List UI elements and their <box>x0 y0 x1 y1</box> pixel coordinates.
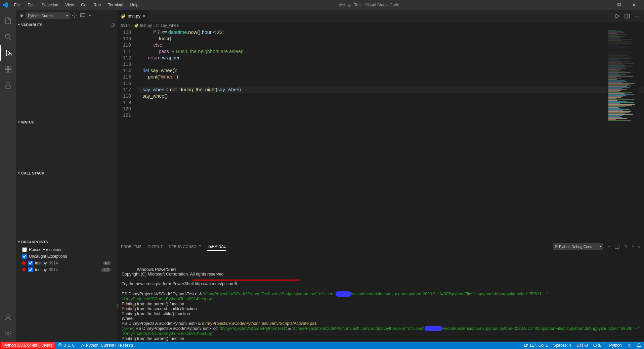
code-editor[interactable]: 1081091101111121131141151161171181191201… <box>117 29 644 241</box>
breakpoint-raised-exceptions[interactable]: Raised Exceptions <box>16 246 117 253</box>
run-file-button[interactable] <box>614 13 620 19</box>
menu-bar: File Edit Selection View Go Run Terminal… <box>11 1 141 9</box>
run-debug-icon[interactable] <box>0 45 16 61</box>
vscode-icon <box>3 2 8 8</box>
more-icon[interactable]: ⋯ <box>89 13 93 18</box>
language-mode[interactable]: Python <box>606 342 624 349</box>
testing-icon[interactable] <box>0 77 16 93</box>
callstack-header[interactable]: ▾ Call Stack <box>16 169 117 177</box>
menu-selection[interactable]: Selection <box>39 1 61 9</box>
warning-icon: ⚠ <box>67 343 71 348</box>
editor-tabs: test.py × ⋯ <box>117 10 644 22</box>
svg-rect-0 <box>603 5 606 5</box>
indentation[interactable]: Spaces: 4 <box>551 342 574 349</box>
debug-status[interactable]: Python: Current File (Test) <box>77 342 136 349</box>
terminal-content[interactable]: Windows PowerShell Copyright (C) Microso… <box>117 252 644 342</box>
debug-config-dropdown[interactable]: Python: Curren▾ <box>26 12 70 19</box>
accounts-icon[interactable] <box>0 309 16 326</box>
python-file-icon <box>120 13 126 19</box>
encoding[interactable]: UTF-8 <box>574 342 591 349</box>
status-bar: Python 3.8.5 64-bit ('.venv') ⓧ0 ⚠0 Pyth… <box>0 342 644 349</box>
minimize-button[interactable] <box>597 0 612 10</box>
svg-rect-6 <box>8 66 11 69</box>
close-panel-icon[interactable]: × <box>638 245 640 249</box>
bottom-panel: PROBLEMS OUTPUT DEBUG CONSOLE TERMINAL 2… <box>117 241 644 342</box>
editor-group: test.py × ⋯ 0914› test.py› ⬡ say_whee 10… <box>117 10 644 342</box>
svg-point-4 <box>9 53 11 56</box>
notifications-icon[interactable] <box>634 342 644 349</box>
breakpoints-list: Raised Exceptions Uncaught Exceptions te… <box>16 246 117 274</box>
tab-terminal[interactable]: TERMINAL <box>207 242 226 251</box>
menu-view[interactable]: View <box>62 1 77 9</box>
menu-edit[interactable]: Edit <box>25 1 37 9</box>
explorer-icon[interactable] <box>0 13 16 29</box>
split-editor-icon[interactable] <box>625 13 630 19</box>
uncaught-checkbox[interactable] <box>22 254 27 259</box>
svg-rect-5 <box>5 66 8 69</box>
breakpoint-uncaught-exceptions[interactable]: Uncaught Exceptions <box>16 253 117 260</box>
collapse-all-icon[interactable] <box>110 22 115 27</box>
new-terminal-icon[interactable]: ＋ <box>607 244 611 249</box>
close-button[interactable] <box>627 0 641 10</box>
svg-point-11 <box>74 15 75 16</box>
window-title: test.py - Test - Visual Studio Code <box>141 3 597 7</box>
tab-problems[interactable]: PROBLEMS <box>121 243 141 251</box>
debug-console-icon[interactable] <box>80 13 85 18</box>
breakpoints-header[interactable]: ▾ Breakpoints <box>16 238 117 246</box>
menu-file[interactable]: File <box>11 1 23 9</box>
svg-point-9 <box>7 315 9 317</box>
svg-point-3 <box>5 34 9 38</box>
chevron-down-icon: ▾ <box>18 120 20 124</box>
bp-checkbox[interactable] <box>28 261 33 265</box>
annotation-red-box <box>117 304 134 308</box>
maximize-panel-icon[interactable]: ^ <box>632 245 634 249</box>
more-actions-icon[interactable]: ⋯ <box>635 13 640 19</box>
maximize-button[interactable] <box>612 0 627 10</box>
breakpoint-dot-icon <box>22 261 26 265</box>
split-terminal-icon[interactable] <box>615 244 619 249</box>
breadcrumbs[interactable]: 0914› test.py› ⬡ say_whee <box>117 22 644 29</box>
tab-debug-console[interactable]: DEBUG CONSOLE <box>169 243 201 251</box>
svg-rect-2 <box>618 3 621 5</box>
svg-rect-7 <box>5 69 8 72</box>
menu-run[interactable]: Run <box>91 1 103 9</box>
gear-icon[interactable] <box>72 13 77 18</box>
menu-go[interactable]: Go <box>78 1 89 9</box>
menu-terminal[interactable]: Terminal <box>105 1 126 9</box>
symbol-method-icon: ⬡ <box>156 23 159 28</box>
chevron-down-icon: ▾ <box>18 23 20 27</box>
python-interpreter[interactable]: Python 3.8.5 64-bit ('.venv') <box>0 342 55 349</box>
terminal-select[interactable]: 2: Python Debug Cons▾ <box>553 243 603 250</box>
watch-header[interactable]: ▾ Watch <box>16 118 117 126</box>
close-tab-icon[interactable]: × <box>142 13 145 19</box>
debug-icon <box>80 343 85 348</box>
kill-terminal-icon[interactable] <box>624 244 628 249</box>
activity-bar <box>0 10 16 342</box>
breakpoint-row[interactable]: test.py 0914 117 <box>16 266 117 273</box>
cursor-position[interactable]: Ln 117, Col 1 <box>521 342 550 349</box>
python-file-icon <box>134 23 139 28</box>
svg-point-10 <box>7 333 9 335</box>
debug-config-bar: Python: Curren▾ ⋯ <box>16 10 117 21</box>
tab-test-py[interactable]: test.py × <box>117 10 149 22</box>
panel-tabs: PROBLEMS OUTPUT DEBUG CONSOLE TERMINAL 2… <box>117 241 644 252</box>
feedback-icon[interactable]: ☺ <box>625 342 634 349</box>
chevron-down-icon: ▾ <box>18 171 20 175</box>
settings-icon[interactable] <box>0 326 16 342</box>
tab-output[interactable]: OUTPUT <box>147 243 163 251</box>
menu-help[interactable]: Help <box>128 1 141 9</box>
window-controls <box>597 0 641 10</box>
extensions-icon[interactable] <box>0 61 16 77</box>
svg-rect-8 <box>8 69 11 72</box>
variables-header[interactable]: ▾ Variables <box>16 21 117 29</box>
bp-checkbox[interactable] <box>28 267 33 272</box>
search-icon[interactable] <box>0 29 16 45</box>
raised-checkbox[interactable] <box>22 247 27 252</box>
title-bar: File Edit Selection View Go Run Terminal… <box>0 0 644 10</box>
eol[interactable]: CRLF <box>591 342 606 349</box>
breakpoint-row[interactable]: test.py 0914 67 <box>16 260 117 266</box>
minimap[interactable] <box>607 30 639 97</box>
start-debug-button[interactable] <box>19 13 24 18</box>
breakpoint-dot-icon <box>22 268 26 271</box>
problems-status[interactable]: ⓧ0 ⚠0 <box>55 342 77 349</box>
